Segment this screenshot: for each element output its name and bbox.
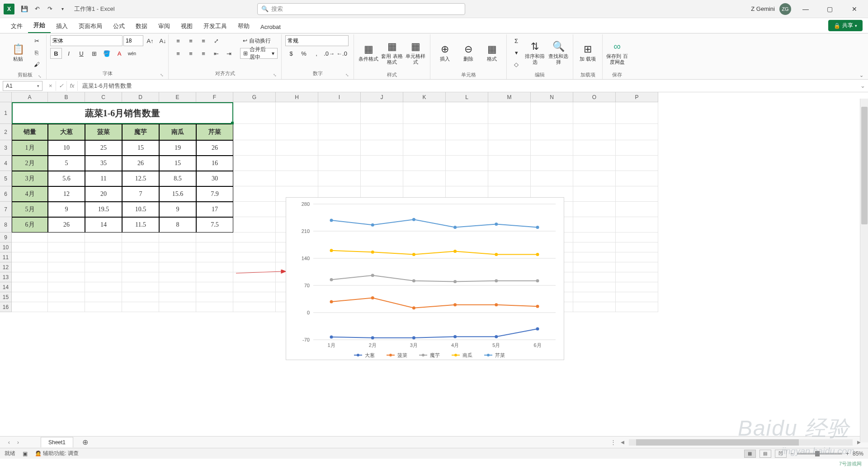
cancel-icon[interactable]: × [45, 81, 56, 91]
col-header-L[interactable]: L [446, 92, 488, 102]
conditional-format-button[interactable]: ▦条件格式 [358, 35, 379, 71]
clear-icon[interactable]: ◇ [510, 59, 522, 70]
tab-review[interactable]: 审阅 [153, 19, 175, 33]
zoom-level[interactable]: 85% [853, 451, 863, 457]
row-header-15[interactable]: 15 [0, 292, 12, 302]
row-header-13[interactable]: 13 [0, 272, 12, 282]
font-color-icon[interactable]: A [113, 48, 125, 59]
tab-data[interactable]: 数据 [130, 19, 153, 33]
expand-formula-icon[interactable]: ⌄ [857, 82, 868, 89]
redo-icon[interactable]: ↷ [43, 3, 56, 15]
row-header-5[interactable]: 5 [0, 171, 12, 186]
col-header-N[interactable]: N [531, 92, 573, 102]
align-top-icon[interactable]: ≡ [172, 35, 184, 46]
fill-icon[interactable]: ▾ [510, 47, 522, 58]
orientation-icon[interactable]: ⤢ [210, 35, 222, 46]
col-header-K[interactable]: K [403, 92, 446, 102]
addins-button[interactable]: ⊞加 载项 [577, 35, 599, 71]
col-header-D[interactable]: D [122, 92, 159, 102]
tab-insert[interactable]: 插入 [51, 19, 73, 33]
hscroll-left[interactable]: ◄ [618, 439, 627, 446]
delete-cells-button[interactable]: ⊖删除 [458, 35, 479, 71]
row-header-11[interactable]: 11 [0, 252, 12, 262]
find-select-button[interactable]: 🔍查找和选择 [547, 35, 569, 71]
macro-record-icon[interactable]: ▣ [23, 451, 28, 457]
merge-center-button[interactable]: ⊞ 合并后居中 ▾ [240, 48, 278, 59]
italic-button[interactable]: I [63, 48, 75, 59]
insert-cells-button[interactable]: ⊕插入 [434, 35, 456, 71]
bold-button[interactable]: B [50, 48, 62, 59]
zoom-slider[interactable] [797, 453, 842, 455]
format-cells-button[interactable]: ▦格式 [481, 35, 503, 71]
indent-inc-icon[interactable]: ⇥ [223, 48, 235, 59]
name-box[interactable]: A1▾ [3, 81, 42, 91]
col-header-A[interactable]: A [12, 92, 48, 102]
sheet-tab-sheet1[interactable]: Sheet1 [41, 437, 73, 447]
paste-button[interactable]: 📋 粘贴 [7, 35, 29, 71]
dec-decimal-icon[interactable]: ←.0 [336, 48, 348, 59]
tab-acrobat[interactable]: Acrobat [255, 21, 286, 33]
col-header-J[interactable]: J [361, 92, 403, 102]
row-header-8[interactable]: 8 [0, 217, 12, 233]
formula-input[interactable]: 蔬菜1-6月销售数量 [78, 81, 857, 91]
sheet-nav-next[interactable]: › [14, 439, 23, 446]
col-header-B[interactable]: B [48, 92, 85, 102]
number-format-select[interactable] [285, 35, 349, 46]
decrease-font-icon[interactable]: A↓ [157, 35, 169, 46]
zoom-out-icon[interactable]: − [790, 451, 793, 457]
col-header-C[interactable]: C [85, 92, 122, 102]
select-all-corner[interactable] [0, 92, 12, 102]
minimize-button[interactable]: — [796, 2, 816, 16]
share-button[interactable]: 🔒 共享 ▾ [828, 20, 863, 31]
inc-decimal-icon[interactable]: .0→ [323, 48, 335, 59]
table-format-button[interactable]: ▦套用 表格格式 [381, 35, 403, 71]
col-header-H[interactable]: H [276, 92, 318, 102]
tab-split-handle[interactable]: ⋮ [610, 439, 616, 446]
qat-customize-icon[interactable]: ▾ [56, 3, 69, 15]
undo-icon[interactable]: ↶ [31, 3, 43, 15]
row-header-6[interactable]: 6 [0, 186, 12, 202]
font-size-input[interactable] [123, 35, 143, 46]
border-icon[interactable]: ⊞ [88, 48, 100, 59]
row-header-3[interactable]: 3 [0, 140, 12, 156]
col-header-P[interactable]: P [616, 92, 658, 102]
cut-icon[interactable]: ✂ [31, 35, 42, 46]
indent-dec-icon[interactable]: ⇤ [210, 48, 222, 59]
collapse-ribbon-icon[interactable]: ⌄ [859, 72, 863, 78]
tab-home[interactable]: 开始 [28, 19, 51, 33]
sort-filter-button[interactable]: ⇅排序和筛选 [524, 35, 546, 71]
row-header-10[interactable]: 10 [0, 242, 12, 252]
align-left-icon[interactable]: ≡ [172, 48, 184, 59]
tab-layout[interactable]: 页面布局 [73, 19, 108, 33]
tab-formulas[interactable]: 公式 [108, 19, 130, 33]
percent-icon[interactable]: % [298, 48, 310, 59]
user-avatar[interactable]: ZG [779, 3, 791, 15]
row-header-14[interactable]: 14 [0, 282, 12, 292]
tab-view[interactable]: 视图 [175, 19, 198, 33]
col-header-O[interactable]: O [573, 92, 616, 102]
fill-color-icon[interactable]: 🪣 [101, 48, 113, 59]
col-header-M[interactable]: M [488, 92, 531, 102]
close-button[interactable]: ✕ [844, 2, 864, 16]
worksheet-grid[interactable]: ABCDEFGHIJKLMNOP 12345678910111213141516… [0, 92, 868, 436]
maximize-button[interactable]: ▢ [820, 2, 840, 16]
underline-button[interactable]: U [75, 48, 87, 59]
row-header-16[interactable]: 16 [0, 302, 12, 312]
view-normal-icon[interactable]: ▦ [744, 450, 756, 458]
view-pagebreak-icon[interactable]: 凹 [775, 450, 787, 458]
horizontal-scrollbar[interactable] [629, 439, 853, 446]
font-name-input[interactable] [50, 35, 123, 46]
col-header-G[interactable]: G [233, 92, 276, 102]
col-header-F[interactable]: F [196, 92, 233, 102]
col-header-E[interactable]: E [159, 92, 196, 102]
search-input[interactable]: 🔍 搜索 [257, 3, 465, 15]
fx-icon[interactable]: fx [67, 81, 78, 91]
row-header-9[interactable]: 9 [0, 233, 12, 242]
row-header-1[interactable]: 1 [0, 102, 12, 124]
embedded-chart[interactable]: -700701402102801月2月3月4月5月6月大葱菠菜魔芋南瓜芹菜 [286, 197, 564, 360]
accessibility-status[interactable]: 🙍 辅助功能: 调查 [35, 450, 79, 457]
format-painter-icon[interactable]: 🖌 [31, 59, 42, 70]
sheet-nav-prev[interactable]: ‹ [5, 439, 14, 446]
zoom-in-icon[interactable]: + [846, 451, 849, 457]
align-center-icon[interactable]: ≡ [185, 48, 197, 59]
